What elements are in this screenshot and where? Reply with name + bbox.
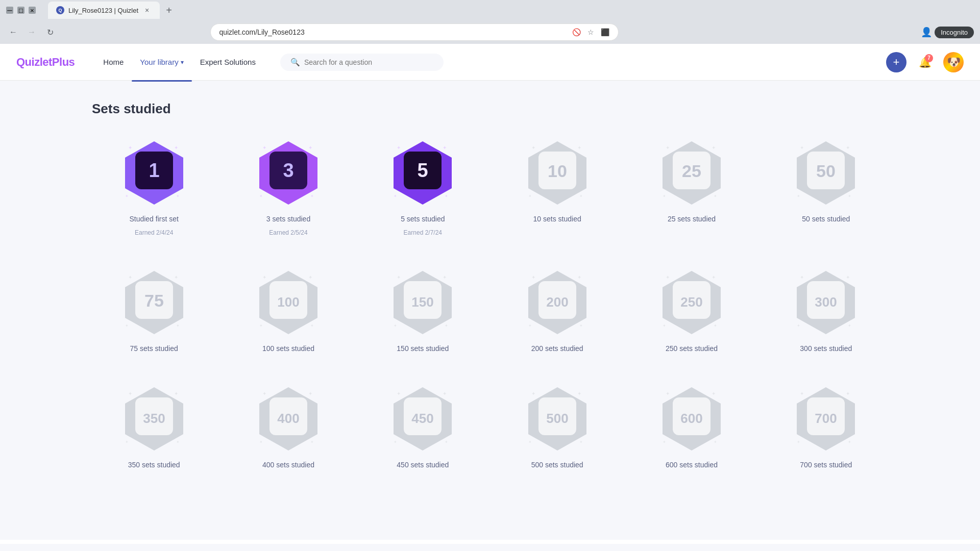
svg-text:✦: ✦ xyxy=(666,391,670,396)
reload-button[interactable]: ↻ xyxy=(43,25,57,39)
badge-item: ✦ ✦ ✦ ✦ 400 400 sets studied xyxy=(226,383,350,469)
svg-text:✦: ✦ xyxy=(531,145,535,151)
svg-text:✦: ✦ xyxy=(176,323,180,328)
svg-text:✦: ✦ xyxy=(848,440,851,444)
address-text: quizlet.com/Lily_Rose0123 xyxy=(219,28,304,36)
badge-label: 50 sets studied xyxy=(802,215,850,223)
badge-shape: ✦ ✦ ✦ ✦ 200 xyxy=(524,267,591,338)
svg-text:25: 25 xyxy=(682,161,701,181)
svg-text:✦: ✦ xyxy=(397,391,401,396)
badge-item: ✦ ✦ ✦ ✦ 1 Studied first setEarned 2/4/24 xyxy=(92,137,216,236)
avatar[interactable]: 🐶 xyxy=(943,52,964,72)
active-tab[interactable]: Q Lily_Rose0123 | Quizlet × xyxy=(48,2,160,19)
svg-text:✦: ✦ xyxy=(846,391,850,396)
svg-text:✦: ✦ xyxy=(445,440,448,444)
tab-close-button[interactable]: × xyxy=(142,6,152,15)
avatar-emoji: 🐶 xyxy=(947,56,961,69)
nav-your-library[interactable]: Your library ▾ xyxy=(132,54,191,70)
badge-label: Studied first set xyxy=(129,215,179,223)
svg-text:✦: ✦ xyxy=(174,274,178,280)
svg-text:✦: ✦ xyxy=(846,274,850,280)
svg-text:✦: ✦ xyxy=(443,391,447,396)
badge-item: ✦ ✦ ✦ ✦ 100 100 sets studied xyxy=(226,267,350,353)
badge-label: 200 sets studied xyxy=(531,344,583,353)
badge-shape: ✦ ✦ ✦ ✦ 450 xyxy=(389,383,456,455)
svg-text:✦: ✦ xyxy=(259,194,263,198)
badge-earned-date: Earned 2/4/24 xyxy=(135,229,173,236)
svg-text:✦: ✦ xyxy=(577,145,581,151)
maximize-button[interactable]: □ xyxy=(17,7,24,14)
svg-text:700: 700 xyxy=(815,411,837,426)
svg-text:✦: ✦ xyxy=(712,145,716,151)
svg-text:✦: ✦ xyxy=(174,391,178,396)
svg-text:✦: ✦ xyxy=(663,194,666,198)
badge-label: 700 sets studied xyxy=(800,461,852,469)
badge-item: ✦ ✦ ✦ ✦ 50 50 sets studied xyxy=(764,137,888,236)
svg-text:✦: ✦ xyxy=(846,145,850,151)
badge-item: ✦ ✦ ✦ ✦ 450 450 sets studied xyxy=(361,383,485,469)
svg-text:✦: ✦ xyxy=(308,274,312,280)
tab-favicon: Q xyxy=(56,6,64,14)
nav-expert-solutions[interactable]: Expert Solutions xyxy=(192,54,264,70)
svg-text:✦: ✦ xyxy=(528,323,532,328)
svg-text:✦: ✦ xyxy=(714,194,717,198)
badge-shape: ✦ ✦ ✦ ✦ 400 xyxy=(255,383,322,455)
address-bar[interactable]: quizlet.com/Lily_Rose0123 🚫 ☆ ⬛ xyxy=(210,23,619,41)
search-bar[interactable]: 🔍 xyxy=(280,54,444,71)
svg-text:350: 350 xyxy=(143,411,165,426)
new-tab-button[interactable]: + xyxy=(162,3,176,17)
svg-text:10: 10 xyxy=(548,161,567,181)
badge-shape: ✦ ✦ ✦ ✦ 3 xyxy=(255,137,322,209)
svg-text:500: 500 xyxy=(546,411,568,426)
badge-grid-row1: ✦ ✦ ✦ ✦ 1 Studied first setEarned 2/4/24… xyxy=(92,137,888,236)
search-input[interactable] xyxy=(304,58,433,66)
tab-title: Lily_Rose0123 | Quizlet xyxy=(68,7,138,14)
badge-shape: ✦ ✦ ✦ ✦ 700 xyxy=(793,383,859,455)
svg-text:✦: ✦ xyxy=(800,145,804,151)
svg-text:✦: ✦ xyxy=(800,391,804,396)
badge-label: 150 sets studied xyxy=(397,344,449,353)
svg-text:✦: ✦ xyxy=(848,194,851,198)
extend-icon[interactable]: ⬛ xyxy=(600,27,610,37)
browser-titlebar: ─ □ × Q Lily_Rose0123 | Quizlet × + xyxy=(0,0,980,20)
svg-text:5: 5 xyxy=(418,160,428,181)
svg-text:75: 75 xyxy=(144,291,164,310)
svg-text:✦: ✦ xyxy=(262,391,266,396)
svg-text:✦: ✦ xyxy=(663,323,666,328)
svg-text:✦: ✦ xyxy=(394,440,397,444)
svg-text:✦: ✦ xyxy=(176,440,180,444)
svg-text:✦: ✦ xyxy=(394,194,397,198)
notifications-badge: 7 xyxy=(925,54,933,62)
svg-text:✦: ✦ xyxy=(712,274,716,280)
badge-item: ✦ ✦ ✦ ✦ 5 5 sets studiedEarned 2/7/24 xyxy=(361,137,485,236)
badge-label: 400 sets studied xyxy=(262,461,314,469)
close-window-button[interactable]: × xyxy=(29,7,36,14)
svg-text:✦: ✦ xyxy=(128,145,132,151)
notifications-button[interactable]: 🔔 7 xyxy=(915,52,935,72)
incognito-badge: Incognito xyxy=(935,27,974,38)
forward-button[interactable]: → xyxy=(24,25,39,39)
search-icon: 🔍 xyxy=(290,58,300,67)
main-nav: Home Your library ▾ Expert Solutions xyxy=(95,54,264,70)
main-content: Sets studied ✦ ✦ ✦ ✦ 1 Studied first set… xyxy=(0,81,980,540)
svg-text:100: 100 xyxy=(277,294,299,310)
badge-shape: ✦ ✦ ✦ ✦ 600 xyxy=(658,383,725,455)
back-button[interactable]: ← xyxy=(6,25,20,39)
badge-label: 250 sets studied xyxy=(666,344,718,353)
nav-home[interactable]: Home xyxy=(95,54,132,70)
svg-text:✦: ✦ xyxy=(174,145,178,151)
svg-text:✦: ✦ xyxy=(310,194,314,198)
add-button[interactable]: + xyxy=(886,52,906,72)
profile-icon[interactable]: 👤 xyxy=(921,27,932,37)
star-icon[interactable]: ☆ xyxy=(585,27,596,37)
svg-text:600: 600 xyxy=(680,411,702,426)
badge-shape: ✦ ✦ ✦ ✦ 350 xyxy=(121,383,187,455)
svg-text:✦: ✦ xyxy=(310,440,314,444)
logo[interactable]: QuizletPlus xyxy=(16,56,75,69)
svg-text:400: 400 xyxy=(277,411,299,426)
svg-text:✦: ✦ xyxy=(125,440,129,444)
svg-text:✦: ✦ xyxy=(394,323,397,328)
header-actions: + 🔔 7 🐶 xyxy=(886,52,964,72)
minimize-button[interactable]: ─ xyxy=(6,7,13,14)
svg-text:50: 50 xyxy=(816,161,836,181)
